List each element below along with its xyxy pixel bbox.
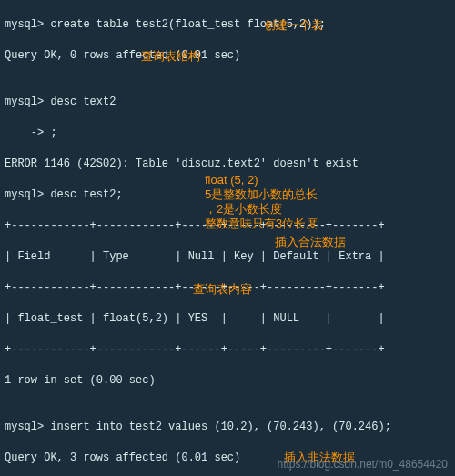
mysql-terminal[interactable]: mysql> create table test2(float_test flo… — [0, 0, 455, 476]
annotation-float-title: float (5, 2) — [205, 172, 258, 187]
annotation-desc-structure: 查询表结构 — [141, 48, 200, 64]
term-line: mysql> desc text2 — [5, 95, 450, 110]
term-line: Query OK, 0 rows affected (0.01 sec) — [5, 48, 450, 64]
term-line: +------------+------------+------+-----+… — [5, 342, 450, 358]
annotation-insert-valid: 插入合法数据 — [275, 234, 346, 249]
annotation-float-decimal: ，2是小数长度 — [205, 201, 282, 217]
term-line: | float_test | float(5,2) | YES | | NULL… — [5, 311, 450, 327]
annotation-float-int: 整数意味只有3位长度 — [205, 216, 318, 231]
term-line: ERROR 1146 (42S02): Table 'discuz.text2'… — [5, 157, 450, 172]
annotation-create-table: 创建一个表 — [264, 17, 323, 33]
term-line: -> ; — [5, 126, 450, 141]
annotation-select-content: 查询表内容 — [193, 281, 252, 297]
watermark-text: https://blog.csdn.net/m0_48654420 — [278, 457, 448, 472]
annotation-float-len: 5是整数加小数的总长 — [205, 187, 318, 202]
term-line: | Field | Type | Null | Key | Default | … — [5, 249, 450, 265]
term-line: mysql> insert into test2 values (10.2), … — [5, 420, 450, 435]
term-line: mysql> create table test2(float_test flo… — [5, 17, 450, 33]
term-line: 1 row in set (0.00 sec) — [5, 373, 450, 389]
